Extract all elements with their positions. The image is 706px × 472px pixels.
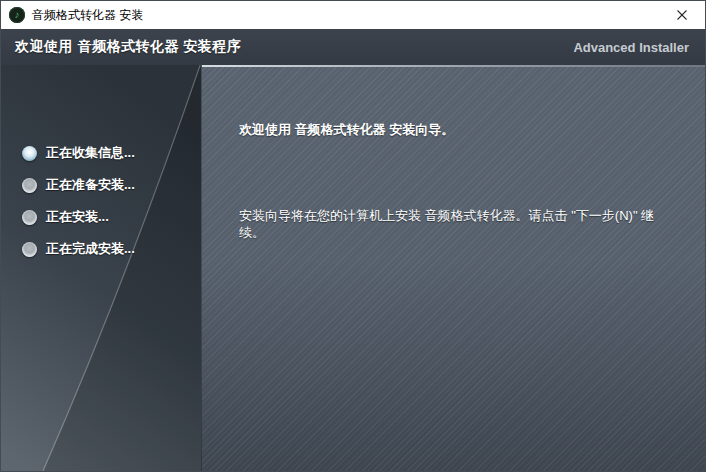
step-label: 正在收集信息... (46, 144, 135, 162)
step-item: 正在安装... (1, 201, 201, 233)
step-item: 正在收集信息... (1, 137, 201, 169)
sidebar-steps: 正在收集信息... 正在准备安装... 正在安装... 正在完成安装... (1, 65, 201, 265)
step-bullet-icon (22, 210, 37, 225)
main-panel: 欢迎使用 音频格式转化器 安装向导。 安装向导将在您的计算机上安装 音频格式转化… (201, 65, 705, 471)
step-item: 正在准备安装... (1, 169, 201, 201)
titlebar[interactable]: ♪ 音频格式转化器 安装 (1, 1, 705, 29)
step-label: 正在安装... (46, 208, 109, 226)
window-title: 音频格式转化器 安装 (32, 7, 143, 24)
close-icon (676, 9, 688, 21)
header-bar: 欢迎使用 音频格式转化器 安装程序 Advanced Installer (1, 29, 705, 65)
app-icon: ♪ (9, 7, 25, 23)
step-label: 正在完成安装... (46, 240, 135, 258)
sidebar: 正在收集信息... 正在准备安装... 正在安装... 正在完成安装... (1, 65, 201, 471)
step-bullet-icon (22, 146, 37, 161)
step-item: 正在完成安装... (1, 233, 201, 265)
body-row: 正在收集信息... 正在准备安装... 正在安装... 正在完成安装... (1, 65, 705, 471)
step-label: 正在准备安装... (46, 176, 135, 194)
step-bullet-icon (22, 178, 37, 193)
header-title: 欢迎使用 音频格式转化器 安装程序 (15, 38, 241, 56)
close-button[interactable] (659, 1, 705, 29)
main-content: 欢迎使用 音频格式转化器 安装向导。 安装向导将在您的计算机上安装 音频格式转化… (202, 67, 705, 241)
welcome-heading: 欢迎使用 音频格式转化器 安装向导。 (239, 121, 663, 139)
step-bullet-icon (22, 242, 37, 257)
brand-label: Advanced Installer (573, 40, 689, 55)
welcome-body-text: 安装向导将在您的计算机上安装 音频格式转化器。请点击 "下一步(N)" 继续。 (239, 207, 663, 241)
installer-window: ♪ 音频格式转化器 安装 欢迎使用 音频格式转化器 安装程序 Advanced … (0, 0, 706, 472)
